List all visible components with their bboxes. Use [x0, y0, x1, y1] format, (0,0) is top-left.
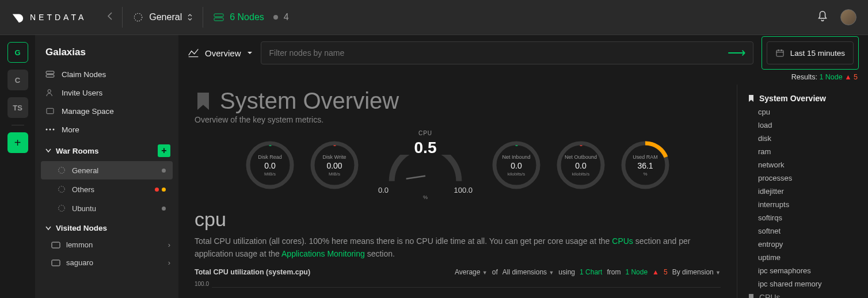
svg-point-12	[59, 205, 65, 212]
rn-item[interactable]: processes	[748, 171, 858, 185]
chevron-right-icon: ›	[168, 258, 170, 267]
rn-item[interactable]: interrupts	[748, 198, 858, 211]
sidebar-item-label: More	[62, 125, 79, 134]
add-warroom-button[interactable]: +	[158, 144, 170, 157]
space-button[interactable]: C	[7, 70, 28, 90]
svg-point-20	[559, 143, 603, 187]
warrooms-label: War Rooms	[56, 147, 99, 155]
svg-point-11	[59, 186, 65, 193]
opt-charts[interactable]: 1 Chart	[580, 268, 602, 276]
gauge-net-inbound[interactable]: Net Inbound 0.0 kilobits/s	[491, 140, 542, 190]
link-cpus[interactable]: CPUs	[612, 236, 633, 246]
view-selector[interactable]: Overview	[188, 48, 253, 58]
add-space-button[interactable]: +	[7, 132, 28, 153]
rn-item[interactable]: network	[748, 158, 858, 171]
sidebar-room-general[interactable]: General	[41, 161, 173, 179]
svg-point-9	[53, 129, 55, 131]
room-label: Ubuntu	[72, 204, 96, 213]
link-app-monitoring[interactable]: Applications Monitoring	[281, 249, 365, 258]
calendar-icon	[775, 48, 785, 58]
svg-line-18	[406, 176, 425, 179]
logo[interactable]: NETDATA	[0, 11, 98, 24]
space-button-active[interactable]: G	[7, 42, 28, 63]
sidebar: Galaxias Claim Nodes Invite Users Manage…	[35, 35, 178, 298]
opt-group[interactable]: By dimension ▼	[672, 268, 721, 276]
rn-item[interactable]: idlejitter	[748, 185, 858, 198]
sidebar-more[interactable]: More	[35, 120, 178, 139]
sidebar-room-ubuntu[interactable]: Ubuntu	[41, 199, 173, 217]
visited-node[interactable]: lemmon ›	[35, 236, 178, 254]
gauge-disk-read[interactable]: Disk Read 0.0 MiB/s	[245, 140, 295, 190]
room-selector[interactable]: General	[123, 12, 203, 22]
svg-rect-3	[46, 71, 54, 74]
rn-item[interactable]: ram	[748, 145, 858, 158]
gauge-unit: %	[374, 194, 477, 200]
bookmark-icon	[748, 94, 755, 102]
room-selector-label: General	[149, 12, 182, 22]
chart-icon	[188, 48, 199, 58]
rn-item[interactable]: ipc semaphores	[748, 264, 858, 277]
timerange-picker[interactable]: Last 15 minutes	[767, 41, 854, 64]
collapse-sidebar-icon[interactable]	[98, 12, 122, 22]
filter-nodes-input[interactable]: ⟶	[261, 41, 753, 64]
nodes-counter[interactable]: 6 Nodes 4	[203, 12, 299, 22]
nodes-icon	[214, 13, 224, 21]
chart-title: Total CPU utilization (system.cpu)	[195, 268, 310, 276]
spaces-rail: G C TS +	[0, 35, 35, 298]
warrooms-header[interactable]: War Rooms +	[35, 139, 178, 161]
sidebar-room-others[interactable]: Others	[41, 180, 173, 198]
opt-dimensions[interactable]: All dimensions ▼	[502, 268, 554, 276]
visited-header[interactable]: Visited Nodes	[35, 218, 178, 236]
results-bar: Results: 1 Node ▲ 5	[178, 71, 868, 85]
opt-alerts[interactable]: 5	[664, 268, 668, 276]
space-button[interactable]: TS	[7, 97, 28, 118]
status-dot-icon	[162, 207, 166, 211]
svg-point-7	[46, 129, 48, 131]
sidebar-claim-nodes[interactable]: Claim Nodes	[35, 65, 178, 83]
rn-item[interactable]: disk	[748, 132, 858, 145]
page-subtitle: Overview of the key system metrics.	[195, 115, 721, 124]
rn-system-overview[interactable]: System Overview	[748, 91, 858, 105]
svg-rect-13	[52, 242, 60, 248]
svg-rect-1	[214, 14, 223, 17]
avatar[interactable]	[840, 9, 856, 25]
notifications-icon[interactable]	[816, 10, 829, 25]
sidebar-invite-users[interactable]: Invite Users	[35, 83, 178, 102]
search-input[interactable]	[269, 48, 728, 58]
gauge-label: CPU	[374, 130, 477, 136]
svg-point-19	[494, 143, 538, 187]
gauge-disk-write[interactable]: Disk Write 0.00 MiB/s	[309, 140, 360, 190]
results-nodes[interactable]: 1 Node	[819, 73, 842, 81]
content-scroll[interactable]: System Overview Overview of the key syst…	[178, 85, 737, 298]
rn-cpus[interactable]: CPUs	[748, 291, 858, 298]
opt-aggregation[interactable]: Average ▼	[455, 268, 488, 276]
rn-item[interactable]: cpu	[748, 105, 858, 119]
rn-item[interactable]: uptime	[748, 251, 858, 264]
rn-item[interactable]: ipc shared memory	[748, 277, 858, 291]
chevron-right-icon: ›	[168, 240, 170, 249]
svg-point-8	[50, 129, 51, 131]
rn-item[interactable]: entropy	[748, 238, 858, 251]
timerange-highlight: Last 15 minutes	[762, 36, 859, 70]
sidebar-item-label: Manage Space	[62, 107, 114, 116]
gauge-cpu[interactable]: CPU 0.5 0.0 100.0 %	[374, 130, 477, 200]
visited-node[interactable]: saguaro ›	[35, 254, 178, 272]
rn-item[interactable]: softirqs	[748, 211, 858, 224]
gauge-net-outbound[interactable]: Net Outbound 0.0 kilobits/s	[555, 140, 606, 190]
bookmark-icon	[748, 293, 755, 298]
results-alerts[interactable]: 5	[854, 73, 858, 81]
svg-point-0	[135, 13, 143, 21]
chevron-down-icon	[45, 148, 51, 153]
rn-item[interactable]: load	[748, 119, 858, 132]
opt-nodes[interactable]: 1 Node	[625, 268, 648, 276]
toolbar: Overview ⟶ Last 15 minutes	[178, 35, 868, 71]
svg-rect-2	[214, 18, 223, 21]
rn-item[interactable]: softnet	[748, 224, 858, 238]
user-icon	[45, 88, 55, 97]
sidebar-item-label: Claim Nodes	[62, 70, 106, 79]
status-dot-icon	[155, 188, 159, 192]
gauge-used-ram[interactable]: Used RAM 36.1 %	[620, 140, 671, 190]
chart-gridline	[212, 287, 721, 297]
room-label: General	[72, 166, 98, 175]
sidebar-manage-space[interactable]: Manage Space	[35, 102, 178, 120]
